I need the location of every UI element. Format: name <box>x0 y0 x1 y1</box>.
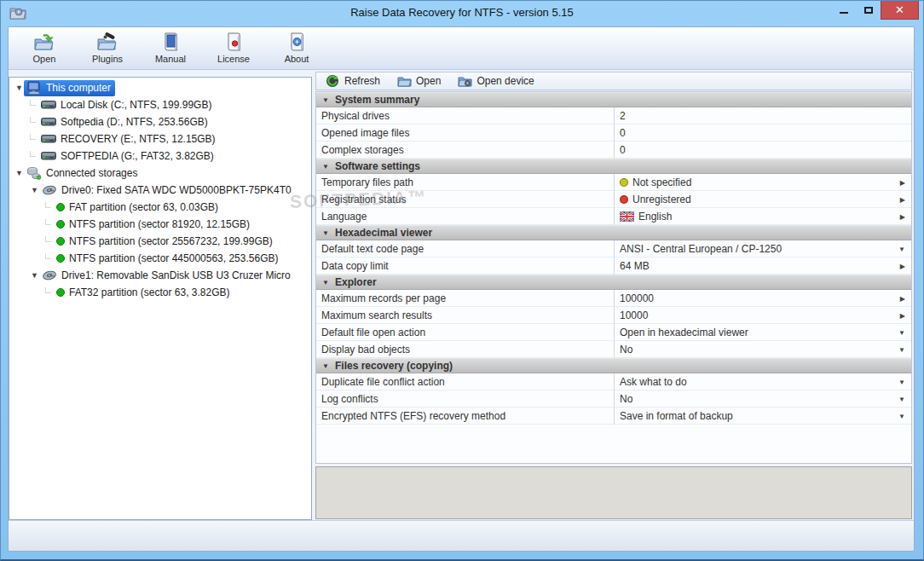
tree-node[interactable]: FAT partition (sector 63, 0.03GB) <box>54 200 222 215</box>
setting-value-cell[interactable]: Ask what to do▼ <box>615 373 911 390</box>
toolbar-button-label: Refresh <box>344 75 380 87</box>
license-button[interactable]: License <box>213 27 254 64</box>
disk-icon <box>42 269 57 282</box>
dropdown-arrow-icon[interactable]: ▼ <box>898 345 905 353</box>
tree-node[interactable]: NTFS partition (sector 445000563, 253.56… <box>54 252 282 266</box>
dropdown-arrow-icon[interactable]: ▼ <box>898 378 905 385</box>
collapse-arrow-icon: ▼ <box>316 279 335 286</box>
open-device-button[interactable]: Open device <box>453 73 539 89</box>
setting-label: Complex storages <box>316 142 615 159</box>
collapse-arrow-icon: ▼ <box>316 362 335 370</box>
tree-item-label: NTFS partition (sector 81920, 12.15GB) <box>69 218 250 230</box>
minimize-button[interactable] <box>831 1 856 20</box>
expand-right-icon[interactable]: ▶ <box>900 212 905 220</box>
tree-node[interactable]: NTFS partition (sector 81920, 12.15GB) <box>54 217 254 232</box>
tree-node[interactable]: Local Disk (C:, NTFS, 199.99GB) <box>38 97 216 113</box>
section-header[interactable]: ▼Explorer <box>316 275 911 290</box>
open-button[interactable]: Open <box>24 27 65 64</box>
section-header[interactable]: ▼Software settings <box>316 159 911 174</box>
settings-row: Default text code pageANSI - Central Eur… <box>316 240 911 257</box>
setting-value-cell[interactable]: Not specified▶ <box>615 174 911 191</box>
setting-label: Log conflicts <box>316 390 615 408</box>
settings-row: Complex storages0 <box>316 142 911 159</box>
open-button[interactable]: Open <box>392 73 446 89</box>
tree-node[interactable]: Connected storages <box>24 165 141 182</box>
setting-value-cell[interactable]: Unregistered▶ <box>615 191 911 208</box>
refresh-button[interactable]: Refresh <box>321 73 385 89</box>
tree-node[interactable]: RECOVERY (E:, NTFS, 12.15GB) <box>38 131 220 147</box>
tree-item[interactable]: FAT32 partition (sector 63, 3.82GB) <box>9 284 311 301</box>
about-icon <box>285 31 309 53</box>
setting-value: 0 <box>620 127 626 139</box>
tree-item[interactable]: ▼Drive0: Fixed SATA WDC WD5000BPKT-75PK4… <box>9 182 311 199</box>
section-title: Hexadecimal viewer <box>335 227 432 239</box>
tree-connector <box>30 117 36 123</box>
tree-node[interactable]: Drive0: Fixed SATA WDC WD5000BPKT-75PK4T… <box>39 182 296 199</box>
close-button[interactable]: ✕ <box>881 1 919 20</box>
expander-icon[interactable]: ▼ <box>30 186 39 194</box>
setting-value: 100000 <box>620 292 654 304</box>
tree-item[interactable]: Local Disk (C:, NTFS, 199.99GB) <box>9 96 311 113</box>
tree-node[interactable]: NTFS partition (sector 25567232, 199.99G… <box>54 234 277 249</box>
setting-value-cell[interactable]: 10000▶ <box>615 307 911 324</box>
dropdown-arrow-icon[interactable]: ▼ <box>898 328 905 336</box>
main-toolbar: OpenPluginsManualLicenseAbout <box>9 27 914 70</box>
settings-row: Maximum records per page100000▶ <box>316 290 911 307</box>
settings-row: Temporary files pathNot specified▶ <box>316 174 911 191</box>
dropdown-arrow-icon[interactable]: ▼ <box>898 245 905 252</box>
settings-row: Data copy limit64 MB▶ <box>316 257 911 275</box>
expand-right-icon[interactable]: ▶ <box>900 262 905 269</box>
section-header[interactable]: ▼Hexadecimal viewer <box>316 225 911 240</box>
expand-right-icon[interactable]: ▶ <box>900 311 905 319</box>
expand-right-icon[interactable]: ▶ <box>900 195 905 203</box>
tree-item[interactable]: NTFS partition (sector 445000563, 253.56… <box>9 250 311 267</box>
maximize-button[interactable] <box>856 1 881 20</box>
disk-icon <box>42 183 57 197</box>
tree-node[interactable]: This computer <box>24 80 115 96</box>
status-dot-icon <box>620 195 628 204</box>
setting-value-cell[interactable]: Save in format of backup▼ <box>615 408 911 425</box>
tree-item[interactable]: SOFTPEDIA (G:, FAT32, 3.82GB) <box>9 147 311 165</box>
tree-item[interactable]: NTFS partition (sector 81920, 12.15GB) <box>9 216 311 233</box>
expand-right-icon[interactable]: ▶ <box>900 294 905 302</box>
setting-label: Language <box>316 208 615 225</box>
tree-item[interactable]: Softpedia (D:, NTFS, 253.56GB) <box>9 113 311 130</box>
setting-value-cell[interactable]: No▼ <box>615 390 911 408</box>
tree-item[interactable]: RECOVERY (E:, NTFS, 12.15GB) <box>9 130 311 147</box>
storages-icon <box>26 166 42 180</box>
expander-icon[interactable]: ▼ <box>14 84 24 92</box>
title-bar[interactable]: Raise Data Recovery for NTFS - version 5… <box>1 1 923 26</box>
expander-icon[interactable]: ▼ <box>30 271 39 280</box>
tree-item[interactable]: ▼Drive1: Removable SanDisk USB U3 Cruzer… <box>9 267 311 284</box>
about-button[interactable]: About <box>276 27 317 64</box>
tree-connector <box>45 253 51 259</box>
manual-button[interactable]: Manual <box>150 27 191 64</box>
tree-item[interactable]: ▼This computer <box>9 79 311 96</box>
expand-right-icon[interactable]: ▶ <box>900 178 905 186</box>
plugins-button[interactable]: Plugins <box>87 27 128 64</box>
setting-value: Save in format of backup <box>620 410 733 422</box>
expander-icon[interactable]: ▼ <box>14 169 24 177</box>
setting-value-cell[interactable]: Open in hexadecimal viewer▼ <box>615 324 911 341</box>
setting-value-cell[interactable]: No▼ <box>615 341 911 358</box>
toolbar-button-label: Manual <box>155 54 186 64</box>
setting-label: Opened image files <box>316 124 615 142</box>
tree-node[interactable]: SOFTPEDIA (G:, FAT32, 3.82GB) <box>38 148 218 165</box>
tree-connector <box>45 287 51 293</box>
setting-value-cell[interactable]: English▶ <box>615 208 911 225</box>
dropdown-arrow-icon[interactable]: ▼ <box>898 412 905 419</box>
tree-node[interactable]: FAT32 partition (sector 63, 3.82GB) <box>54 286 234 300</box>
dropdown-arrow-icon[interactable]: ▼ <box>898 395 905 402</box>
tree-item[interactable]: NTFS partition (sector 25567232, 199.99G… <box>9 233 311 250</box>
open-icon <box>32 31 56 53</box>
setting-value-cell[interactable]: 100000▶ <box>615 290 911 307</box>
tree-item[interactable]: ▼Connected storages <box>9 165 311 182</box>
section-header[interactable]: ▼System summary <box>316 92 911 107</box>
tree-node[interactable]: Softpedia (D:, NTFS, 253.56GB) <box>38 114 212 130</box>
tree-node[interactable]: Drive1: Removable SanDisk USB U3 Cruzer … <box>39 268 295 284</box>
setting-value-cell[interactable]: 64 MB▶ <box>615 257 911 275</box>
tree-item[interactable]: FAT partition (sector 63, 0.03GB) <box>9 199 311 216</box>
tree-connector <box>30 151 36 157</box>
setting-value-cell[interactable]: ANSI - Central European / CP-1250▼ <box>615 240 911 257</box>
section-header[interactable]: ▼Files recovery (copying) <box>316 358 911 373</box>
